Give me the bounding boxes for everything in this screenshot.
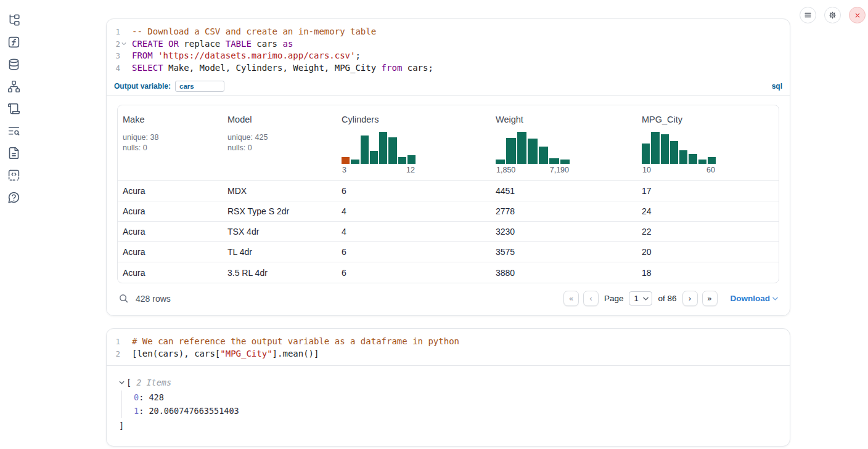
table-cell: 4 [337, 206, 491, 216]
histogram-bar [379, 132, 387, 164]
table-cell: 6 [337, 186, 491, 196]
column-name: MPG_City [642, 115, 774, 124]
language-badge: sql [772, 82, 782, 91]
tree-entry: 0: 428 [134, 390, 777, 405]
fold-chevron-icon[interactable] [120, 38, 128, 51]
column-name: Cylinders [342, 115, 486, 124]
histogram-bar [361, 136, 369, 164]
sidebar [0, 0, 27, 449]
table-row[interactable]: Acura3.5 RL 4dr6388018 [118, 262, 779, 283]
prev-page-button[interactable]: ‹ [583, 291, 599, 306]
histogram-bar [388, 137, 396, 164]
column-histogram[interactable]: 1,8507,190 [496, 132, 570, 174]
column-header-model[interactable]: Modelunique: 425nulls: 0 [223, 105, 337, 180]
code-text: # We can reference the output variable a… [128, 336, 459, 348]
collapse-chevron-icon[interactable] [119, 381, 126, 384]
code-line: 1-- Download a CSV and create an in-memo… [107, 26, 790, 38]
output-variable-input[interactable] [175, 81, 224, 92]
line-number: 4 [107, 62, 120, 75]
table-body: AcuraMDX6445117AcuraRSX Type S 2dr427782… [118, 181, 779, 283]
settings-icon [828, 10, 837, 20]
python-code-editor[interactable]: 1# We can reference the output variable … [107, 329, 790, 365]
table-cell: 3575 [491, 247, 637, 257]
code-text: -- Download a CSV and create an in-memor… [128, 26, 376, 38]
column-header-make[interactable]: Makeunique: 38nulls: 0 [118, 105, 223, 180]
data-table: Makeunique: 38nulls: 0Modelunique: 425nu… [117, 105, 779, 283]
table-row[interactable]: AcuraRSX Type S 2dr4277824 [118, 201, 779, 222]
histogram-bar [398, 157, 406, 164]
table-cell: 4 [337, 227, 491, 237]
code-line: 2[len(cars), cars["MPG_City"].mean()] [107, 348, 790, 360]
line-number: 2 [107, 38, 120, 51]
close-bracket: ] [119, 419, 777, 433]
column-header-cylinders[interactable]: Cylinders312 [337, 105, 491, 180]
open-bracket: [ [126, 376, 131, 390]
column-histogram[interactable]: 1060 [642, 132, 716, 174]
shutdown-button[interactable] [849, 7, 866, 23]
python-cell: 1# We can reference the output variable … [106, 328, 790, 447]
line-number: 3 [107, 50, 120, 62]
table-row[interactable]: AcuraMDX6445117 [118, 181, 779, 201]
histogram-bar [528, 139, 537, 164]
histogram-bar [539, 147, 548, 164]
tree-header: [ 2 Items [119, 376, 777, 390]
column-histogram[interactable]: 312 [342, 132, 416, 174]
tree-body: 0: 4281: 20.060747663551403 [121, 390, 777, 418]
histogram-axis: 1060 [642, 166, 716, 174]
download-label: Download [731, 294, 771, 303]
column-name: Make [123, 115, 218, 124]
help-icon[interactable] [7, 190, 20, 204]
next-page-button[interactable]: › [682, 291, 698, 306]
column-stats: unique: 38nulls: 0 [123, 132, 218, 153]
table-cell: 6 [337, 247, 491, 257]
search-icon[interactable] [118, 293, 129, 304]
histogram-bar [407, 155, 416, 164]
snippets-icon[interactable] [7, 168, 20, 182]
topbar [800, 7, 866, 23]
page-total-label: of 86 [658, 294, 676, 303]
function-icon[interactable] [7, 35, 20, 49]
log-search-icon[interactable] [7, 124, 20, 137]
table-cell: TSX 4dr [223, 227, 337, 237]
sql-cell: 1-- Download a CSV and create an in-memo… [106, 18, 790, 316]
column-header-weight[interactable]: Weight1,8507,190 [491, 105, 637, 180]
histogram-bar [517, 132, 526, 164]
scroll-icon[interactable] [7, 102, 20, 115]
last-page-button[interactable]: » [702, 291, 718, 306]
table-cell: Acura [118, 227, 223, 237]
table-row[interactable]: AcuraTSX 4dr4323022 [118, 222, 779, 242]
first-page-button[interactable]: « [563, 291, 579, 306]
menu-button[interactable] [800, 7, 816, 23]
database-icon[interactable] [7, 57, 20, 71]
table-cell: 3880 [491, 268, 637, 278]
code-line: 2CREATE OR replace TABLE cars as [107, 38, 790, 51]
file-tree-icon[interactable] [7, 13, 20, 26]
fold-spacer [120, 26, 128, 38]
menu-icon [803, 10, 813, 20]
row-count: 428 rows [136, 294, 171, 304]
notebook: 1-- Download a CSV and create an in-memo… [106, 18, 790, 447]
column-stats: unique: 425nulls: 0 [227, 132, 332, 153]
pagination: « ‹ Page 1 of 86 › » Download [563, 291, 778, 306]
python-output: [ 2 Items 0: 4281: 20.060747663551403 ] [107, 366, 790, 446]
table-cell: Acura [118, 186, 223, 196]
download-button[interactable]: Download [731, 294, 779, 303]
table-cell: Acura [118, 268, 223, 278]
line-number: 1 [107, 26, 120, 38]
page-select-value: 1 [634, 294, 638, 303]
histogram-bar [560, 160, 570, 164]
page-select[interactable]: 1 [629, 291, 652, 305]
sql-code-editor[interactable]: 1-- Download a CSV and create an in-memo… [107, 19, 790, 79]
histogram-bar [342, 157, 350, 164]
histogram-bar [708, 157, 716, 164]
table-cell: 2778 [491, 206, 637, 216]
table-cell: Acura [118, 206, 223, 216]
histogram-bar [670, 141, 678, 164]
table-row[interactable]: AcuraTL 4dr6357520 [118, 242, 779, 262]
code-text: CREATE OR replace TABLE cars as [128, 38, 293, 51]
document-icon[interactable] [7, 146, 20, 160]
settings-button[interactable] [824, 7, 841, 23]
dependency-graph-icon[interactable] [7, 79, 20, 93]
histogram-bar [651, 132, 659, 164]
column-header-mpg_city[interactable]: MPG_City1060 [637, 105, 779, 180]
